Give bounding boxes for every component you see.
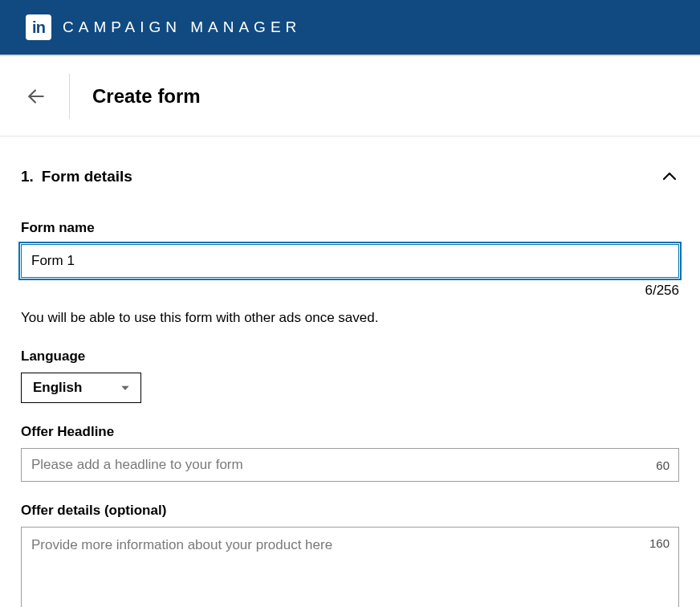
svg-marker-1 (121, 386, 128, 390)
subheader: Create form (0, 56, 700, 136)
page-title: Create form (92, 85, 201, 108)
section-header[interactable]: 1.Form details (21, 167, 679, 186)
language-label: Language (21, 348, 679, 365)
form-name-group: Form name 6/256 You will be able to use … (21, 220, 679, 326)
content-area: 1.Form details Form name 6/256 You will … (0, 136, 700, 607)
offer-details-max: 160 (649, 536, 669, 550)
offer-headline-label: Offer Headline (21, 424, 679, 440)
offer-headline-max: 60 (656, 458, 669, 472)
form-name-label: Form name (21, 220, 679, 236)
chevron-up-icon (660, 167, 679, 186)
logo-text: in (32, 18, 45, 37)
offer-details-label: Offer details (optional) (21, 503, 679, 519)
language-select[interactable]: English (21, 373, 141, 403)
offer-details-textarea[interactable] (21, 527, 679, 607)
app-title: CAMPAIGN MANAGER (63, 18, 301, 36)
caret-down-icon (120, 382, 131, 393)
form-name-counter: 6/256 (21, 283, 679, 299)
offer-headline-input[interactable] (21, 448, 679, 482)
section-title: 1.Form details (21, 168, 132, 185)
language-group: Language English (21, 348, 679, 403)
linkedin-logo-icon: in (26, 14, 51, 40)
section-title-text: Form details (42, 168, 132, 185)
language-value: English (33, 380, 82, 396)
form-name-helper: You will be able to use this form with o… (21, 310, 679, 326)
offer-details-group: Offer details (optional) 160 (21, 503, 679, 607)
header-bar: in CAMPAIGN MANAGER (0, 0, 700, 56)
back-button[interactable] (26, 76, 51, 116)
section-number: 1. (21, 168, 34, 185)
arrow-left-icon (26, 86, 47, 107)
form-name-input[interactable] (21, 244, 679, 278)
vertical-divider (69, 74, 70, 119)
offer-headline-group: Offer Headline 60 (21, 424, 679, 482)
